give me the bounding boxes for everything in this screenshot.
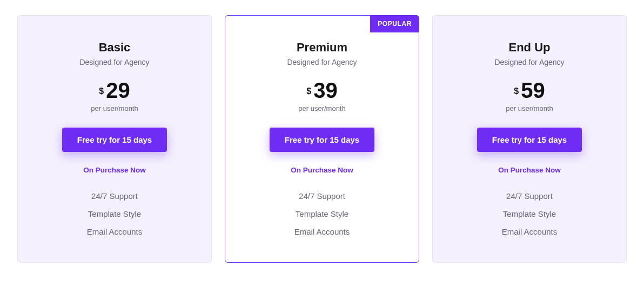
on-purchase-link[interactable]: On Purchase Now xyxy=(448,166,611,174)
plan-subtitle: Designed for Agency xyxy=(33,58,196,66)
plan-card-premium: POPULAR Premium Designed for Agency $ 39… xyxy=(225,15,419,263)
on-purchase-link[interactable]: On Purchase Now xyxy=(240,166,404,174)
feature-item: Template Style xyxy=(240,205,404,223)
feature-item: 24/7 Support xyxy=(448,187,611,205)
popular-badge: POPULAR xyxy=(370,15,419,32)
feature-item: 24/7 Support xyxy=(240,187,404,205)
free-try-button[interactable]: Free try for 15 days xyxy=(62,128,167,152)
price-currency: $ xyxy=(99,87,104,96)
price-amount: 29 xyxy=(106,79,130,101)
feature-list: 24/7 Support Template Style Email Accoun… xyxy=(33,187,196,241)
plan-card-basic: Basic Designed for Agency $ 29 per user/… xyxy=(17,15,212,263)
feature-item: Email Accounts xyxy=(240,223,404,241)
free-try-button[interactable]: Free try for 15 days xyxy=(270,128,374,152)
plan-title: End Up xyxy=(448,41,611,55)
plan-title: Premium xyxy=(240,41,404,55)
price-currency: $ xyxy=(306,87,311,96)
price-period: per user/month xyxy=(33,104,196,112)
plan-subtitle: Designed for Agency xyxy=(240,58,404,66)
feature-item: Email Accounts xyxy=(448,223,611,241)
price-amount: 59 xyxy=(521,79,545,101)
on-purchase-link[interactable]: On Purchase Now xyxy=(33,166,196,174)
plan-price: $ 29 xyxy=(33,79,196,101)
price-period: per user/month xyxy=(240,104,404,112)
feature-list: 24/7 Support Template Style Email Accoun… xyxy=(240,187,404,241)
pricing-plans: Basic Designed for Agency $ 29 per user/… xyxy=(13,15,631,263)
feature-item: Template Style xyxy=(448,205,611,223)
feature-item: Email Accounts xyxy=(33,223,196,241)
plan-card-endup: End Up Designed for Agency $ 59 per user… xyxy=(432,15,627,263)
price-amount: 39 xyxy=(313,79,338,101)
plan-title: Basic xyxy=(33,41,196,55)
plan-price: $ 59 xyxy=(448,79,611,101)
plan-subtitle: Designed for Agency xyxy=(448,58,611,66)
free-try-button[interactable]: Free try for 15 days xyxy=(477,128,582,152)
feature-list: 24/7 Support Template Style Email Accoun… xyxy=(448,187,611,241)
price-period: per user/month xyxy=(448,104,611,112)
feature-item: 24/7 Support xyxy=(33,187,196,205)
price-currency: $ xyxy=(514,87,519,96)
feature-item: Template Style xyxy=(33,205,196,223)
plan-price: $ 39 xyxy=(240,79,404,101)
